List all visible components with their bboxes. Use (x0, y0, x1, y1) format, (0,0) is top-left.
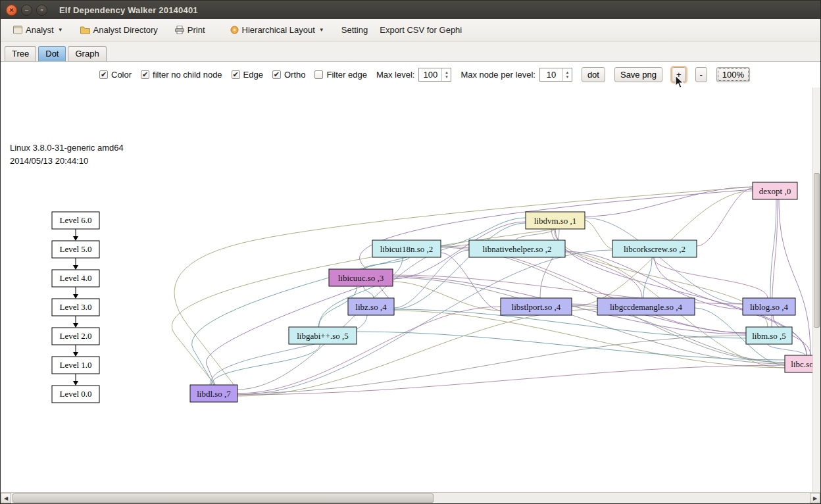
graph-edge (319, 257, 403, 327)
checkbox-box[interactable]: ✔ (141, 70, 149, 79)
system-info-line: Linux 3.8.0-31-generic amd64 (10, 141, 124, 155)
graph-node-libstlport[interactable]: libstlport.so ,4 (501, 298, 572, 315)
graph-edge (237, 307, 501, 393)
tab-tree[interactable]: Tree (5, 46, 36, 61)
hierarchical-layout-button[interactable]: Hierarchical Layout ▼ (224, 22, 330, 38)
vertical-scrollbar[interactable] (812, 88, 820, 492)
graph-edge (237, 365, 785, 395)
svg-text:dexopt ,0: dexopt ,0 (759, 186, 791, 196)
level-box: Level 0.0 (52, 386, 99, 403)
scroll-right-button[interactable]: ▶ (810, 493, 820, 503)
horizontal-scrollbar-thumb[interactable] (12, 493, 434, 503)
graph-edge (441, 253, 501, 311)
checkbox-box[interactable]: ✔ (99, 70, 108, 79)
level-arrowhead-icon (73, 294, 78, 299)
edge-checkbox[interactable]: ✔ Edge (232, 70, 263, 80)
graph-node-libgccdemangle[interactable]: libgccdemangle.so ,4 (597, 298, 695, 315)
chevron-down-icon: ▼ (319, 27, 324, 33)
svg-text:libz.so ,4: libz.so ,4 (355, 302, 387, 312)
save-png-button[interactable]: Save png (614, 67, 662, 82)
graph-edge (211, 344, 320, 385)
checkbox-box[interactable] (314, 70, 323, 79)
svg-text:libgccdemangle.so ,4: libgccdemangle.so ,4 (610, 302, 683, 312)
filter-edge-checkbox[interactable]: Filter edge (314, 70, 366, 80)
vertical-scrollbar-thumb[interactable] (814, 173, 820, 328)
graph-node-libm[interactable]: libm.so ,5 (746, 327, 792, 344)
horizontal-scrollbar[interactable]: ◀ ▶ (1, 492, 820, 503)
toolbar: Analyst ▼ Analyst Directory Print Hierar… (1, 19, 820, 41)
system-info: Linux 3.8.0-31-generic amd64 2014/05/13 … (10, 141, 124, 168)
analyst-icon (13, 26, 22, 34)
checkbox-box[interactable]: ✔ (272, 70, 281, 79)
svg-text:Level 1.0: Level 1.0 (59, 360, 91, 370)
level-arrowhead-icon (73, 352, 78, 357)
horizontal-scrollbar-track[interactable] (11, 493, 810, 503)
svg-text:libm.so ,5: libm.so ,5 (752, 331, 786, 341)
graph-node-libicui18n[interactable]: libicui18n.so ,2 (372, 240, 441, 257)
max-level-spinner[interactable]: ▲▼ (418, 68, 451, 82)
graph-svg: Level 6.0Level 5.0Level 4.0Level 3.0Leve… (1, 88, 820, 492)
zoom-in-button[interactable]: + (672, 67, 686, 82)
close-button[interactable]: × (6, 5, 17, 16)
max-level-input[interactable] (419, 68, 441, 81)
svg-text:libgabi++.so ,5: libgabi++.so ,5 (297, 331, 349, 341)
graph-edge (394, 250, 469, 308)
tab-graph[interactable]: Graph (68, 46, 106, 61)
scroll-left-button[interactable]: ◀ (1, 493, 11, 503)
level-box: Level 2.0 (52, 328, 99, 345)
graph-node-libicuuc[interactable]: libicuuc.so ,3 (329, 269, 393, 286)
graph-node-libnativehelper[interactable]: libnativehelper.so ,2 (469, 240, 565, 257)
titlebar[interactable]: × − ▫ Elf Dependency Walker 20140401 (1, 1, 820, 19)
printer-icon (175, 26, 184, 34)
svg-text:Level 2.0: Level 2.0 (59, 331, 91, 341)
dot-canvas[interactable]: Linux 3.8.0-31-generic amd64 2014/05/13 … (1, 88, 820, 492)
print-button[interactable]: Print (169, 22, 211, 38)
dot-button[interactable]: dot (582, 67, 605, 82)
level-arrowhead-icon (73, 265, 78, 270)
graph-edge (516, 229, 554, 240)
analyst-button[interactable]: Analyst ▼ (7, 22, 69, 38)
graph-edge (393, 278, 785, 364)
minimize-button[interactable]: − (21, 5, 32, 16)
svg-text:libnativehelper.so ,2: libnativehelper.so ,2 (482, 244, 551, 254)
svg-text:liblog.so ,4: liblog.so ,4 (750, 302, 789, 312)
max-node-per-level-spinner[interactable]: ▲▼ (539, 68, 572, 82)
graph-node-dexopt[interactable]: dexopt ,0 (753, 182, 797, 199)
maximize-button[interactable]: ▫ (36, 5, 47, 16)
zoom-out-button[interactable]: - (695, 67, 707, 82)
zoom-level-button[interactable]: 100% (716, 67, 750, 82)
spinner-arrows-icon[interactable]: ▲▼ (562, 68, 572, 81)
svg-text:Level 4.0: Level 4.0 (59, 273, 91, 283)
export-csv-gephi-button[interactable]: Export CSV for Gephi (374, 22, 468, 38)
spinner-arrows-icon[interactable]: ▲▼ (441, 68, 451, 81)
checkbox-box[interactable]: ✔ (232, 70, 240, 79)
graph-node-liblog[interactable]: liblog.so ,4 (743, 298, 795, 315)
svg-text:Level 6.0: Level 6.0 (59, 215, 91, 225)
graph-node-libdl[interactable]: libdl.so ,7 (190, 385, 237, 402)
level-box: Level 5.0 (52, 241, 99, 258)
graph-node-libgabi[interactable]: libgabi++.so ,5 (289, 327, 357, 344)
filter-no-child-node-checkbox[interactable]: ✔ filter no child node (141, 70, 222, 80)
graph-edge (364, 286, 374, 298)
graph-node-libz[interactable]: libz.so ,4 (348, 298, 394, 315)
svg-text:Level 3.0: Level 3.0 (59, 302, 91, 312)
level-box: Level 1.0 (52, 357, 99, 374)
ortho-checkbox[interactable]: ✔ Ortho (272, 70, 306, 80)
tab-bar: Tree Dot Graph (1, 41, 820, 62)
svg-text:libcorkscrew.so ,2: libcorkscrew.so ,2 (624, 244, 685, 254)
color-checkbox[interactable]: ✔ Color (99, 70, 132, 80)
svg-text:Level 5.0: Level 5.0 (59, 244, 91, 254)
tab-dot[interactable]: Dot (38, 46, 66, 61)
system-info-line: 2014/05/13 20:44:10 (10, 155, 124, 168)
setting-button[interactable]: Setting (336, 22, 374, 38)
graph-edge (653, 257, 768, 298)
graph-edge (697, 188, 753, 246)
graph-edge (210, 315, 367, 385)
graph-node-libdvm[interactable]: libdvm.so ,1 (526, 212, 585, 229)
graph-node-libcorkscrew[interactable]: libcorkscrew.so ,2 (612, 240, 697, 257)
analyst-directory-button[interactable]: Analyst Directory (74, 22, 164, 38)
max-node-per-level-label: Max node per level: (460, 70, 535, 80)
controls-bar: ✔ Color ✔ filter no child node ✔ Edge ✔ … (1, 62, 820, 88)
max-node-per-level-input[interactable] (540, 68, 562, 81)
svg-text:libdvm.so ,1: libdvm.so ,1 (534, 216, 577, 226)
